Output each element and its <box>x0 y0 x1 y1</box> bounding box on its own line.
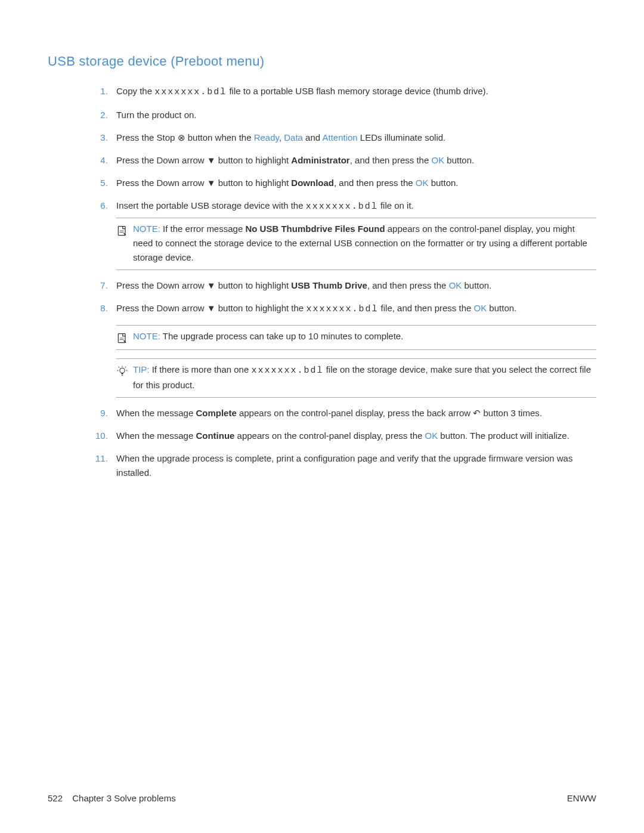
text: When the message <box>116 408 196 418</box>
error-message: No USB Thumbdrive Files Found <box>245 224 385 234</box>
led-attention: Attention <box>322 132 357 143</box>
step-1: Copy the xxxxxxx.bdl file to a portable … <box>110 84 596 100</box>
section-title: USB storage device (Preboot menu) <box>48 54 596 69</box>
text: If the error message <box>163 224 245 234</box>
text: Press the Stop <box>116 132 178 143</box>
step-6: Insert the portable USB storage device w… <box>110 199 596 270</box>
note-label: NOTE: <box>133 224 160 234</box>
filename: xxxxxxx.bdl <box>306 304 378 314</box>
text: file on it. <box>378 200 414 210</box>
footer-right: ENWW <box>567 793 596 803</box>
note-box-2: NOTE: The upgrade process can take up to… <box>116 325 596 350</box>
down-arrow-icon: ▼ <box>207 303 216 313</box>
step-2: Turn the product on. <box>110 108 596 122</box>
text: appears on the control-panel display, pr… <box>234 431 425 441</box>
text: Copy the <box>116 86 154 96</box>
message: Continue <box>196 431 234 441</box>
menu-item: Download <box>291 178 334 188</box>
filename: xxxxxxx.bdl <box>154 87 227 97</box>
text: , and then press the <box>350 155 432 165</box>
text: Press the Down arrow <box>116 280 207 290</box>
text: Press the Down arrow <box>116 155 207 165</box>
text: Press the Down arrow <box>116 178 207 188</box>
chapter-title: Chapter 3 Solve problems <box>72 793 175 803</box>
ok-button-ref: OK <box>416 178 429 188</box>
steps-list: Copy the xxxxxxx.bdl file to a portable … <box>48 84 596 317</box>
message: Complete <box>196 408 236 418</box>
tip-icon <box>116 364 128 378</box>
ok-button-ref: OK <box>425 431 438 441</box>
stop-icon: ⊗ <box>178 132 185 143</box>
step-3: Press the Stop ⊗ button when the Ready, … <box>110 131 596 145</box>
note-icon <box>116 223 128 237</box>
tip-label: TIP: <box>133 364 150 374</box>
led-data: Data <box>284 132 303 143</box>
ok-button-ref: OK <box>449 280 462 290</box>
text: and <box>303 132 323 143</box>
menu-item: Administrator <box>291 155 349 165</box>
steps-list-cont: When the message Complete appears on the… <box>48 406 596 480</box>
step-8: Press the Down arrow ▼ button to highlig… <box>110 301 596 317</box>
step-7: Press the Down arrow ▼ button to highlig… <box>110 278 596 293</box>
step-11: When the upgrade process is complete, pr… <box>110 451 596 480</box>
note-content: NOTE: If the error message No USB Thumbd… <box>133 222 596 265</box>
text: button. The product will initialize. <box>438 431 569 441</box>
page-footer: 522 Chapter 3 Solve problems ENWW <box>48 793 596 803</box>
step-10: When the message Continue appears on the… <box>110 429 596 443</box>
menu-item: USB Thumb Drive <box>291 280 367 290</box>
led-ready: Ready <box>254 132 279 143</box>
text: button 3 times. <box>481 408 542 418</box>
tip-box-1: TIP: If there is more than one xxxxxxx.b… <box>116 358 596 398</box>
tip-content: TIP: If there is more than one xxxxxxx.b… <box>133 363 596 392</box>
back-arrow-icon: ↶ <box>473 408 481 418</box>
text: , and then press the <box>334 178 416 188</box>
text: button. <box>462 280 491 290</box>
page-number: 522 <box>48 793 63 803</box>
down-arrow-icon: ▼ <box>207 155 216 165</box>
note-icon <box>116 330 128 345</box>
note-content: NOTE: The upgrade process can take up to… <box>133 329 403 343</box>
text: button to highlight <box>216 155 292 165</box>
text: , and then press the <box>367 280 449 290</box>
step-4: Press the Down arrow ▼ button to highlig… <box>110 153 596 168</box>
text: The upgrade process can take up to 10 mi… <box>163 331 404 341</box>
note-label: NOTE: <box>133 331 160 341</box>
text: appears on the control-panel display, pr… <box>237 408 473 418</box>
text: button to highlight <box>216 280 292 290</box>
step-5: Press the Down arrow ▼ button to highlig… <box>110 176 596 190</box>
text: button when the <box>185 132 254 143</box>
text: button to highlight <box>216 178 292 188</box>
ok-button-ref: OK <box>431 155 444 165</box>
text: button. <box>487 303 516 313</box>
text: When the message <box>116 431 196 441</box>
note-box-1: NOTE: If the error message No USB Thumbd… <box>116 218 596 270</box>
svg-point-2 <box>120 368 125 373</box>
text: Insert the portable USB storage device w… <box>116 200 306 210</box>
text: LEDs illuminate solid. <box>358 132 446 143</box>
down-arrow-icon: ▼ <box>207 178 216 188</box>
text: file to a portable USB flash memory stor… <box>227 86 488 96</box>
filename: xxxxxxx.bdl <box>251 366 323 376</box>
down-arrow-icon: ▼ <box>207 280 216 290</box>
text: If there is more than one <box>152 364 252 374</box>
text: button. <box>428 178 458 188</box>
text: , <box>279 132 284 143</box>
text: button to highlight the <box>216 303 306 313</box>
ok-button-ref: OK <box>474 303 487 313</box>
text: Press the Down arrow <box>116 303 207 313</box>
text: button. <box>444 155 474 165</box>
filename: xxxxxxx.bdl <box>306 202 378 212</box>
step-9: When the message Complete appears on the… <box>110 406 596 420</box>
text: file, and then press the <box>378 303 473 313</box>
